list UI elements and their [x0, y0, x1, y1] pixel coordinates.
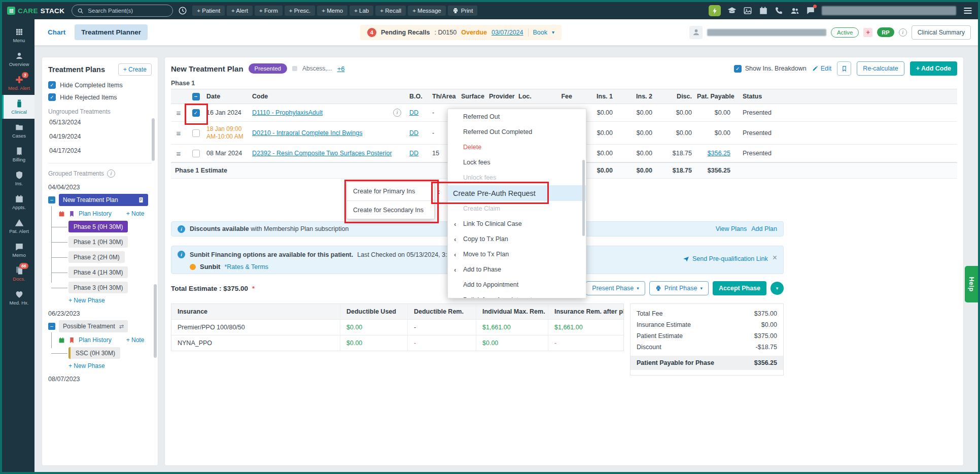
add-plan-link[interactable]: Add Plan: [751, 225, 777, 232]
add-lab-button[interactable]: + Lab: [349, 6, 373, 16]
sidebar-item-med-alert[interactable]: 3Med. Alert: [2, 71, 34, 95]
ungrouped-treatment-item[interactable]: 04/17/2024: [48, 144, 152, 158]
menu-item-copy-to-tx-plan[interactable]: ‹Copy to Tx Plan: [448, 231, 586, 247]
patients-icon[interactable]: [790, 6, 799, 15]
drag-handle-icon[interactable]: ≡: [171, 109, 186, 117]
book-link[interactable]: Book: [533, 29, 548, 36]
quick-fill-button[interactable]: [709, 5, 721, 16]
clinical-summary-button[interactable]: Clinical Summary: [912, 25, 971, 40]
bo-link[interactable]: DD: [409, 150, 418, 157]
plan-history-link[interactable]: Plan History: [79, 336, 112, 344]
sidebar-item-docs[interactable]: 66Docs.: [2, 262, 34, 286]
hamburger-menu-icon[interactable]: [963, 6, 973, 16]
recalculate-button[interactable]: Re-calculate: [857, 61, 904, 76]
sidebar-item-patient-alert[interactable]: Pat. Alert: [2, 214, 34, 238]
scrollbar-thumb[interactable]: [582, 160, 585, 236]
tab-treatment-planner[interactable]: Treatment Planner: [75, 24, 148, 40]
add-form-button[interactable]: + Form: [255, 6, 283, 16]
add-recall-button[interactable]: + Recall: [375, 6, 406, 16]
rates-terms-link[interactable]: *Rates & Terms: [224, 263, 268, 270]
sidebar-item-appointments[interactable]: Appts.: [2, 190, 34, 214]
chat-icon[interactable]: [806, 6, 815, 15]
ungrouped-treatment-item[interactable]: 04/19/2024: [48, 129, 152, 144]
procedure-code-link[interactable]: D2392 - Resin Composite Two Surfaces Pos…: [252, 150, 392, 157]
chevron-down-icon[interactable]: ▾: [552, 29, 554, 35]
show-ins-breakdown-toggle[interactable]: Show Ins. Breakdown: [734, 65, 807, 73]
menu-item-referred-out[interactable]: Referred Out: [448, 109, 586, 124]
submenu-item-create-primary-ins[interactable]: Create for Primary Ins: [347, 182, 434, 200]
sidebar-item-cases[interactable]: Cases: [2, 119, 34, 143]
plan-item-new-treatment-plan[interactable]: New Treatment Plan: [59, 194, 148, 206]
procedure-code-link[interactable]: D1110 - ProphylaxisAdult: [252, 109, 323, 116]
bookmark-icon[interactable]: [68, 337, 75, 344]
sidebar-item-menu[interactable]: Menu: [2, 23, 34, 47]
print-button[interactable]: Print: [448, 6, 478, 16]
phase-item[interactable]: Phase 1 (0H 30M): [68, 236, 128, 248]
add-patient-button[interactable]: + Patient: [192, 6, 225, 16]
info-icon[interactable]: i: [107, 170, 115, 178]
phase-item-selected[interactable]: Phase 5 (0H 30M): [68, 221, 128, 232]
add-memo-button[interactable]: + Memo: [317, 6, 347, 16]
print-phase-button[interactable]: Print Phase▾: [649, 281, 709, 295]
view-plans-link[interactable]: View Plans: [716, 225, 747, 232]
menu-item-delink-from-appointment[interactable]: Delink from Appointment: [448, 292, 586, 298]
row-checkbox[interactable]: [192, 129, 200, 137]
group-date[interactable]: 04/04/2023: [48, 184, 152, 191]
phase-item[interactable]: SSC (0H 30M): [68, 347, 120, 359]
edit-plan-link[interactable]: Edit: [812, 65, 832, 72]
whatsapp-icon[interactable]: [775, 6, 784, 15]
help-tab[interactable]: Help: [965, 266, 978, 302]
imaging-icon[interactable]: [743, 6, 752, 15]
close-icon[interactable]: ×: [773, 253, 777, 262]
group-date[interactable]: 08/07/2023: [48, 376, 152, 383]
group-date[interactable]: 06/23/2023: [48, 310, 152, 317]
filter-hide-rejected[interactable]: Hide Rejected Items: [48, 93, 152, 101]
sidebar-item-clinical[interactable]: Clinical: [2, 95, 34, 119]
add-message-button[interactable]: + Message: [408, 6, 446, 16]
tab-chart[interactable]: Chart: [45, 24, 68, 40]
menu-item-referred-out-completed[interactable]: Referred Out Completed: [448, 124, 586, 140]
calendar-icon[interactable]: [58, 211, 65, 217]
procedure-code-link[interactable]: D0210 - Intraoral Complete Incl Bwings: [252, 129, 362, 137]
patient-payable-link[interactable]: $356.25: [708, 150, 730, 157]
sidebar-item-med-history[interactable]: Med. Hx.: [2, 286, 34, 310]
scrollbar-thumb[interactable]: [152, 118, 155, 161]
phase-item[interactable]: Phase 2 (2H 0M): [68, 251, 125, 263]
more-tags-link[interactable]: +6: [337, 65, 345, 73]
menu-item-create-pre-auth-request[interactable]: Create Pre-Auth Request: [448, 185, 586, 201]
present-phase-button[interactable]: Present Phase▾: [586, 281, 645, 295]
drag-handle-icon[interactable]: ≡: [171, 129, 186, 138]
education-icon[interactable]: [727, 6, 737, 15]
bo-link[interactable]: DD: [409, 129, 418, 137]
plan-history-link[interactable]: Plan History: [79, 210, 112, 217]
scrollbar-thumb[interactable]: [154, 284, 157, 358]
menu-item-link-to-clinical-case[interactable]: ‹Link To Clinical Case: [448, 216, 586, 231]
checkbox[interactable]: [48, 81, 56, 89]
bookmark-icon[interactable]: [68, 211, 75, 217]
sidebar-item-billing[interactable]: Billing: [2, 143, 34, 166]
row-checkbox[interactable]: [192, 150, 200, 157]
calendar-icon[interactable]: [58, 337, 65, 344]
checkbox[interactable]: [48, 93, 56, 101]
sidebar-item-memo[interactable]: Memo: [2, 238, 34, 262]
drag-handle-icon[interactable]: ≡: [171, 149, 186, 158]
menu-item-add-to-phase[interactable]: ‹Add to Phase: [448, 262, 586, 277]
add-note-link[interactable]: + Note: [126, 210, 145, 217]
patient-search[interactable]: [72, 5, 173, 17]
sidebar-item-overview[interactable]: Overview: [2, 47, 34, 71]
bookmark-button[interactable]: [837, 61, 851, 76]
menu-item-move-to-tx-plan[interactable]: ‹Move to Tx Plan: [448, 247, 586, 262]
phase-item[interactable]: Phase 3 (0H 30M): [68, 282, 128, 293]
info-icon[interactable]: i: [899, 28, 907, 37]
new-phase-link[interactable]: + New Phase: [68, 297, 105, 304]
filter-hide-completed[interactable]: Hide Completed Items: [48, 81, 152, 89]
create-plan-button[interactable]: + Create: [118, 63, 152, 76]
calendar-icon[interactable]: [759, 6, 768, 15]
row-checkbox[interactable]: [192, 109, 200, 117]
menu-item-delete[interactable]: Delete: [448, 140, 586, 155]
submenu-item-create-secondary-ins[interactable]: Create for Secondary Ins: [347, 200, 434, 219]
recall-date-link[interactable]: 03/07/2024: [492, 29, 523, 36]
accept-phase-button[interactable]: Accept Phase: [713, 281, 766, 295]
new-phase-link[interactable]: + New Phase: [68, 362, 105, 369]
time-clock-button[interactable]: [177, 5, 188, 16]
